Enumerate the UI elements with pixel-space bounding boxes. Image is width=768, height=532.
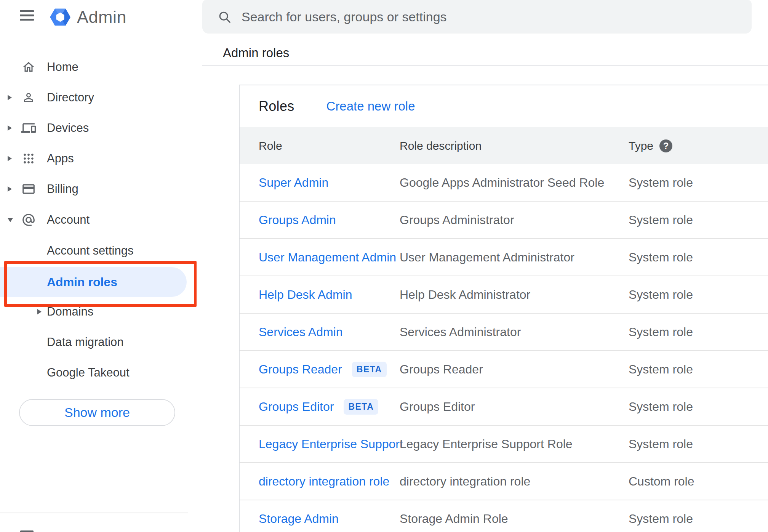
roles-card: Roles Create new role Role Role descript… [239, 85, 768, 532]
role-description: Groups Editor [400, 400, 629, 414]
expand-arrow-icon[interactable] [8, 186, 12, 192]
column-header-description: Role description [400, 139, 629, 152]
table-row: Storage Admin Storage Admin Role System … [240, 500, 768, 532]
search-icon [218, 10, 232, 24]
role-link[interactable]: Groups Reader [259, 362, 342, 377]
sidebar-item-label: Billing [47, 182, 78, 196]
sidebar-item-label: Devices [47, 121, 89, 135]
role-type: System role [629, 176, 768, 190]
role-link[interactable]: Super Admin [259, 176, 328, 190]
sidebar-item-apps[interactable]: Apps [0, 143, 202, 174]
role-cell: Services Admin [259, 325, 400, 339]
role-description: directory integration role [400, 474, 629, 489]
sidebar-item-data-migration[interactable]: Data migration [0, 327, 202, 357]
role-description: Services Administrator [400, 325, 629, 339]
role-cell: Storage Admin [259, 512, 400, 526]
admin-hexagon-logo-icon [50, 6, 71, 28]
role-link[interactable]: Groups Admin [259, 213, 336, 227]
home-icon [21, 60, 36, 74]
sidebar-item-directory[interactable]: Directory [0, 82, 202, 113]
role-cell: Groups Admin [259, 213, 400, 227]
role-type: System role [629, 512, 768, 526]
role-link[interactable]: Storage Admin [259, 512, 339, 526]
person-icon [21, 90, 36, 105]
role-type: System role [629, 437, 768, 451]
table-header-row: Role Role description Type ? [240, 127, 768, 164]
app-title: Admin [77, 7, 126, 27]
table-row: Groups Admin Groups Administrator System… [240, 202, 768, 239]
card-title: Roles [259, 98, 294, 114]
column-header-type-label: Type [629, 139, 653, 152]
sidebar-item-label: Google Takeout [47, 366, 130, 380]
expand-arrow-icon[interactable] [8, 95, 12, 100]
role-link[interactable]: directory integration role [259, 474, 389, 489]
table-row: User Management Admin User Management Ad… [240, 239, 768, 276]
sidebar-item-domains[interactable]: Domains [0, 296, 202, 327]
role-description: User Management Administrator [400, 250, 629, 264]
role-cell: Super Admin [259, 176, 400, 190]
role-description: Storage Admin Role [400, 512, 629, 526]
role-description: Groups Administrator [400, 213, 629, 227]
search-bar[interactable] [202, 0, 752, 34]
role-description: Google Apps Administrator Seed Role [400, 176, 629, 190]
role-link[interactable]: Help Desk Admin [259, 288, 352, 302]
sidebar-item-label: Data migration [47, 335, 124, 349]
role-link[interactable]: Legacy Enterprise Support [259, 437, 403, 451]
beta-badge: BETA [344, 399, 378, 415]
breadcrumb: Admin roles [223, 46, 289, 60]
at-sign-icon [21, 213, 36, 227]
sidebar-item-label: Domains [47, 305, 93, 319]
column-header-type: Type ? [629, 139, 768, 152]
role-type: System role [629, 400, 768, 414]
expand-arrow-icon[interactable] [8, 156, 12, 161]
role-description: Legacy Enterprise Support Role [400, 437, 629, 451]
sidebar-item-label: Account [47, 213, 90, 227]
role-link[interactable]: Groups Editor [259, 400, 334, 414]
role-type: System role [629, 213, 768, 227]
table-row: Groups Editor BETA Groups Editor System … [240, 388, 768, 426]
role-type: System role [629, 288, 768, 302]
table-row: directory integration role directory int… [240, 463, 768, 500]
help-icon[interactable]: ? [659, 139, 672, 152]
content-divider [202, 65, 768, 66]
role-cell: Legacy Enterprise Support [259, 437, 400, 451]
roles-table-body: Super Admin Google Apps Administrator Se… [240, 164, 768, 532]
collapse-arrow-icon[interactable] [8, 218, 13, 222]
role-type: Custom role [629, 474, 768, 489]
sidebar-item-label: Account settings [47, 244, 133, 258]
role-cell: Groups Editor BETA [259, 399, 400, 415]
role-type: System role [629, 250, 768, 264]
table-row: Super Admin Google Apps Administrator Se… [240, 164, 768, 202]
role-cell: Groups Reader BETA [259, 362, 400, 377]
create-new-role-link[interactable]: Create new role [326, 99, 415, 114]
role-cell: User Management Admin [259, 250, 400, 264]
sidebar-item-home[interactable]: Home [0, 52, 202, 82]
role-link[interactable]: User Management Admin [259, 250, 396, 264]
table-row: Help Desk Admin Help Desk Administrator … [240, 276, 768, 314]
sidebar-item-devices[interactable]: Devices [0, 113, 202, 143]
table-row: Services Admin Services Administrator Sy… [240, 314, 768, 351]
role-link[interactable]: Services Admin [259, 325, 343, 339]
expand-arrow-icon[interactable] [37, 309, 42, 314]
sidebar-item-billing[interactable]: Billing [0, 174, 202, 204]
sidebar-item-label: Directory [47, 91, 94, 104]
sidebar-item-admin-roles[interactable]: Admin roles [47, 275, 117, 289]
menu-icon[interactable] [20, 10, 34, 21]
role-cell: directory integration role [259, 474, 400, 489]
expand-arrow-icon[interactable] [8, 125, 12, 131]
sidebar-item-google-takeout[interactable]: Google Takeout [0, 357, 202, 388]
table-row: Groups Reader BETA Groups Reader System … [240, 351, 768, 388]
show-more-button[interactable]: Show more [19, 399, 175, 426]
sidebar-item-label: Home [47, 60, 78, 74]
sidebar-item-account[interactable]: Account [0, 205, 202, 235]
role-type: System role [629, 362, 768, 377]
role-description: Groups Reader [400, 362, 629, 377]
table-row: Legacy Enterprise Support Legacy Enterpr… [240, 426, 768, 463]
card-titlebar: Roles Create new role [240, 85, 768, 127]
beta-badge: BETA [352, 362, 387, 377]
sidebar: Admin Home Directory Devices [0, 0, 202, 532]
sidebar-item-account-settings[interactable]: Account settings [0, 236, 202, 266]
role-description: Help Desk Administrator [400, 288, 629, 302]
search-input[interactable] [242, 10, 699, 24]
app-logo: Admin [50, 6, 126, 28]
